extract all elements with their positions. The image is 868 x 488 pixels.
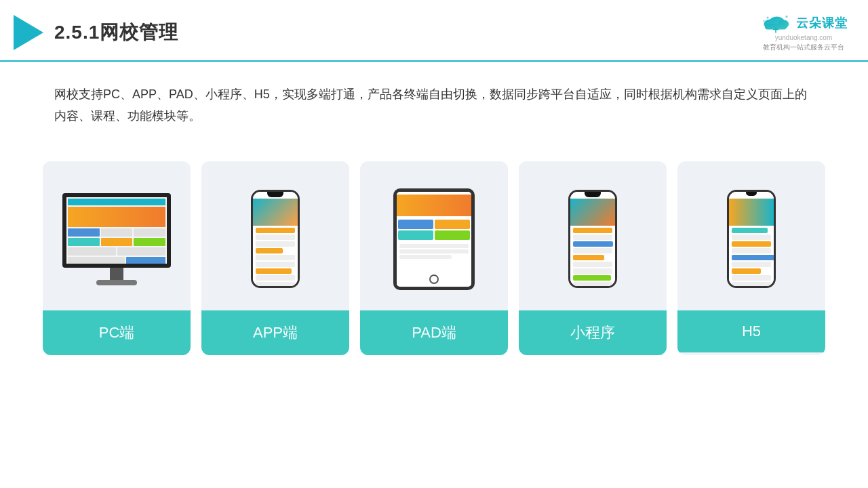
- phone-notch-2: [585, 192, 601, 197]
- card-app: APP端: [201, 161, 349, 355]
- card-miniprogram-label: 小程序: [519, 310, 667, 355]
- monitor-mockup: [62, 193, 171, 285]
- card-app-label: APP端: [201, 310, 349, 355]
- cloud-icon: [760, 12, 792, 34]
- phone-mockup-miniprogram: [568, 190, 617, 288]
- monitor-base: [96, 280, 137, 285]
- tablet-mockup: [393, 188, 475, 290]
- card-pad-image: [360, 161, 508, 310]
- svg-point-5: [763, 20, 764, 22]
- brand-logo: 云朵课堂: [760, 12, 848, 34]
- description-paragraph: 网校支持PC、APP、PAD、小程序、H5，实现多端打通，产品各终端自由切换，数…: [54, 83, 814, 127]
- brand-url: yunduoketang.com: [775, 34, 833, 41]
- tablet-home-button: [429, 274, 439, 284]
- card-miniprogram-image: [519, 161, 667, 310]
- page-header: 2.5.1网校管理: [0, 0, 868, 62]
- header-right: 云朵课堂 yunduoketang.com 教育机构一站式服务云平台: [760, 12, 848, 52]
- card-h5: H5: [677, 161, 825, 355]
- monitor-stand: [110, 268, 123, 280]
- card-pc-label: PC端: [43, 310, 191, 355]
- header-left: 2.5.1网校管理: [14, 15, 178, 50]
- card-h5-label: H5: [677, 310, 825, 352]
- svg-point-4: [766, 16, 768, 18]
- logo-triangle-icon: [14, 15, 43, 50]
- phone-mockup-h5: [727, 190, 776, 288]
- platform-cards: PC端 APP端: [0, 148, 868, 369]
- card-pc: PC端: [43, 161, 191, 355]
- phone-notch: [267, 192, 283, 197]
- card-app-image: [201, 161, 349, 310]
- card-h5-image: [677, 161, 825, 310]
- phone-mockup-app: [251, 190, 300, 288]
- description-text: 网校支持PC、APP、PAD、小程序、H5，实现多端打通，产品各终端自由切换，数…: [0, 62, 868, 141]
- phone-notch-3: [746, 192, 757, 196]
- svg-point-6: [785, 16, 787, 18]
- monitor-screen: [62, 193, 171, 268]
- card-miniprogram: 小程序: [519, 161, 667, 355]
- card-pad: PAD端: [360, 161, 508, 355]
- card-pc-image: [43, 161, 191, 310]
- page-title: 2.5.1网校管理: [54, 20, 178, 45]
- brand-tagline: 教育机构一站式服务云平台: [763, 43, 844, 52]
- brand-name: 云朵课堂: [796, 15, 848, 31]
- card-pad-label: PAD端: [360, 310, 508, 355]
